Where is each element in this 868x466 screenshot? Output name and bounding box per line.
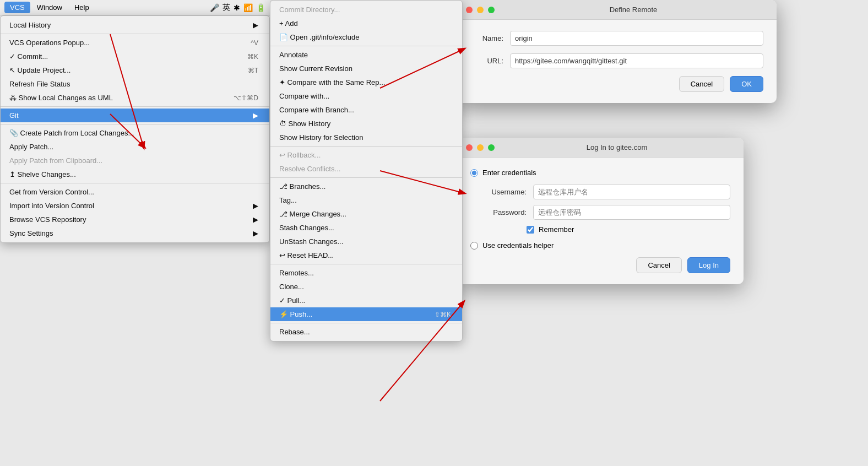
define-remote-dialog: Define Remote Name: URL: Cancel OK (457, 0, 777, 103)
menu-item-push[interactable]: ⚡ Push... ⇧⌘K (270, 307, 462, 321)
resolve-conflicts-label: Resolve Conflicts... (279, 165, 340, 173)
url-row: URL: (470, 53, 763, 68)
show-local-changes-label: ⁂ Show Local Changes as UML (9, 94, 113, 102)
browse-vcs-label: Browse VCS Repository (9, 215, 86, 224)
shelve-label: ↥ Shelve Changes... (9, 170, 76, 178)
enter-credentials-label: Enter credentials (482, 169, 536, 177)
define-remote-buttons: Cancel OK (470, 76, 763, 92)
menu-item-git[interactable]: Git ▶ (1, 109, 269, 122)
menu-item-stash[interactable]: Stash Changes... (270, 221, 462, 235)
menu-item-create-patch[interactable]: 📎 Create Patch from Local Changes... (1, 126, 269, 140)
enter-credentials-radio[interactable] (470, 169, 478, 177)
menu-item-reset-head[interactable]: ↩ Reset HEAD... (270, 248, 462, 262)
menu-item-remotes[interactable]: Remotes... (270, 266, 462, 280)
annotate-label: Annotate (279, 51, 308, 59)
menu-item-vcs-popup[interactable]: VCS Operations Popup... ^V (1, 36, 269, 50)
vcs-dropdown: Local History ▶ VCS Operations Popup... … (0, 15, 270, 243)
menu-item-show-history[interactable]: ⏱ Show History (270, 117, 462, 131)
arrow-right-icon: ▶ (253, 21, 258, 29)
menu-item-compare-same-repo[interactable]: ✦ Compare with the Same Rep... (270, 75, 462, 89)
battery-icon: 🔋 (256, 3, 265, 12)
login-titlebar: Log In to gitee.com (457, 138, 744, 158)
menu-item-branches[interactable]: ⎇ Branches... (270, 180, 462, 193)
dialog-close-btn[interactable] (466, 7, 473, 13)
get-vcs-label: Get from Version Control... (9, 188, 94, 196)
menu-item-annotate[interactable]: Annotate (270, 48, 462, 62)
menu-item-pull[interactable]: ✓ Pull... (270, 294, 462, 307)
use-credentials-helper-radio[interactable] (470, 242, 478, 250)
remember-label: Remember (539, 225, 574, 234)
merge-label: ⎇ Merge Changes... (279, 210, 346, 218)
menu-item-commit-dir[interactable]: Commit Directory... (270, 3, 462, 17)
login-btn[interactable]: Log In (687, 257, 730, 273)
menu-item-browse-vcs[interactable]: Browse VCS Repository ▶ (1, 213, 269, 226)
update-shortcut: ⌘T (248, 67, 258, 74)
menu-item-clone[interactable]: Clone... (270, 280, 462, 294)
menu-item-show-local-changes[interactable]: ⁂ Show Local Changes as UML ⌥⇧⌘D (1, 91, 269, 105)
local-history-label: Local History (9, 21, 51, 29)
password-input[interactable] (533, 205, 730, 220)
dialog-minimize-btn[interactable] (477, 7, 484, 13)
menu-item-compare-with[interactable]: Compare with... (270, 89, 462, 103)
separator-4 (1, 183, 269, 183)
menu-item-sync[interactable]: Sync Settings ▶ (1, 226, 269, 240)
menu-item-tag[interactable]: Tag... (270, 193, 462, 207)
menu-vcs[interactable]: VCS (4, 2, 30, 13)
menu-item-add[interactable]: + Add (270, 17, 462, 30)
menu-item-commit[interactable]: ✓ Commit... ⌘K (1, 50, 269, 63)
menu-item-import-vcs[interactable]: Import into Version Control ▶ (1, 199, 269, 213)
menu-item-open-gitinfo[interactable]: 📄 Open .git/info/exclude (270, 30, 462, 44)
use-credentials-helper-option[interactable]: Use credentials helper (470, 241, 730, 250)
menu-item-show-current-rev[interactable]: Show Current Revision (270, 62, 462, 75)
commit-dir-label: Commit Directory... (279, 6, 340, 14)
rollback-label: ↩ Rollback... (279, 151, 321, 159)
wifi-icon: 📶 (243, 3, 253, 12)
stash-label: Stash Changes... (279, 224, 334, 232)
menu-item-show-history-selection[interactable]: Show History for Selection (270, 131, 462, 144)
menu-item-apply-patch-clipboard[interactable]: Apply Patch from Clipboard... (1, 154, 269, 167)
menu-help[interactable]: Help (69, 2, 95, 13)
show-history-selection-label: Show History for Selection (279, 133, 363, 142)
apply-patch-label: Apply Patch... (9, 143, 53, 151)
login-buttons: Cancel Log In (470, 257, 730, 273)
url-input[interactable] (510, 53, 763, 68)
menu-item-resolve-conflicts[interactable]: Resolve Conflicts... (270, 162, 462, 176)
menu-item-apply-patch[interactable]: Apply Patch... (1, 140, 269, 154)
menu-window[interactable]: Window (31, 2, 68, 13)
username-input[interactable] (533, 185, 730, 199)
enter-credentials-option[interactable]: Enter credentials (470, 169, 730, 177)
menu-item-rebase[interactable]: Rebase... (270, 325, 462, 339)
name-input[interactable] (510, 31, 763, 46)
compare-branch-label: Compare with Branch... (279, 106, 354, 114)
remember-checkbox[interactable] (527, 226, 534, 234)
login-minimize-btn[interactable] (477, 144, 484, 151)
push-shortcut: ⇧⌘K (435, 311, 451, 318)
menu-item-compare-branch[interactable]: Compare with Branch... (270, 103, 462, 117)
push-label: ⚡ Push... (279, 310, 312, 318)
menu-item-rollback[interactable]: ↩ Rollback... (270, 148, 462, 162)
git-sep-4 (270, 264, 462, 264)
login-cancel-btn[interactable]: Cancel (636, 257, 681, 273)
menu-item-unstash[interactable]: UnStash Changes... (270, 235, 462, 248)
menu-item-get-vcs[interactable]: Get from Version Control... (1, 185, 269, 199)
username-label: Username: (482, 188, 527, 196)
menu-item-local-history[interactable]: Local History ▶ (1, 18, 269, 32)
show-local-changes-shortcut: ⌥⇧⌘D (234, 94, 258, 102)
menu-item-update[interactable]: ↖ Update Project... ⌘T (1, 63, 269, 77)
menu-item-refresh[interactable]: Refresh File Status (1, 77, 269, 91)
import-vcs-arrow: ▶ (253, 202, 258, 210)
login-title: Log In to gitee.com (499, 143, 735, 151)
login-maximize-btn[interactable] (488, 144, 495, 151)
update-label: ↖ Update Project... (9, 66, 70, 74)
apply-patch-clipboard-label: Apply Patch from Clipboard... (9, 156, 102, 165)
git-label: Git (9, 111, 19, 120)
menu-item-merge[interactable]: ⎇ Merge Changes... (270, 207, 462, 221)
show-history-label: ⏱ Show History (279, 120, 330, 128)
add-label: + Add (279, 19, 298, 28)
define-remote-ok-btn[interactable]: OK (730, 76, 763, 92)
input-icon: 英 (223, 3, 230, 13)
define-remote-cancel-btn[interactable]: Cancel (679, 76, 724, 92)
dialog-maximize-btn[interactable] (488, 7, 495, 13)
login-close-btn[interactable] (466, 144, 473, 151)
menu-item-shelve[interactable]: ↥ Shelve Changes... (1, 167, 269, 181)
